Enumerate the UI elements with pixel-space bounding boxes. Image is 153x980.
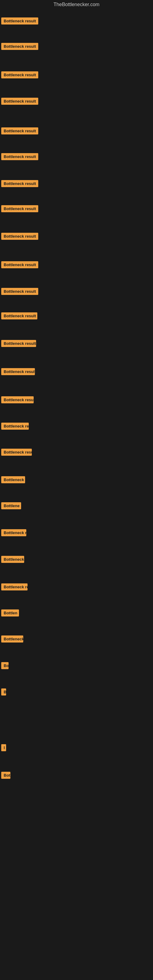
bottleneck-badge-17: Bottleneck resul [1,449,32,456]
bottleneck-badge-14: Bottleneck result [1,368,35,375]
bottleneck-item-22: Bottleneck re [1,584,27,592]
bottleneck-badge-16: Bottleneck re [1,423,29,430]
bottleneck-item-2: Bottleneck result [1,43,38,51]
bottleneck-item-6: Bottleneck result [1,153,38,161]
bottleneck-badge-18: Bottleneck [1,476,25,483]
bottleneck-badge-6: Bottleneck result [1,153,38,160]
bottleneck-badge-7: Bottleneck result [1,180,38,187]
bottleneck-item-17: Bottleneck resul [1,449,32,457]
bottleneck-item-7: Bottleneck result [1,180,38,188]
bottleneck-item-20: Bottleneck r [1,529,26,538]
bottleneck-item-13: Bottleneck result [1,340,36,348]
bottleneck-item-12: Bottleneck result [1,312,37,321]
bottleneck-badge-5: Bottleneck result [1,127,38,134]
bottleneck-badge-3: Bottleneck result [1,72,38,78]
bottleneck-badge-10: Bottleneck result [1,261,38,268]
bottleneck-badge-12: Bottleneck result [1,312,37,320]
bottleneck-item-14: Bottleneck result [1,368,35,376]
bottleneck-badge-2: Bottleneck result [1,43,38,50]
bottleneck-badge-4: Bottleneck result [1,98,38,105]
bottleneck-item-28: I [1,744,6,752]
bottleneck-item-9: Bottleneck result [1,233,38,241]
bottleneck-badge-11: Bottleneck result [1,288,38,295]
bottleneck-badge-13: Bottleneck result [1,340,36,347]
bottleneck-badge-20: Bottleneck r [1,529,26,536]
bottleneck-badge-22: Bottleneck re [1,584,27,590]
bottleneck-badge-8: Bottleneck result [1,205,38,212]
bottleneck-badge-24: Bottleneck [1,635,23,643]
bottleneck-item-16: Bottleneck re [1,423,29,431]
bottleneck-badge-23: Bottlen [1,609,19,616]
bottleneck-badge-1: Bottleneck result [1,18,38,24]
bottleneck-item-3: Bottleneck result [1,72,38,80]
bottleneck-badge-21: Bottleneck [1,556,24,563]
bottleneck-badge-19: Bottlene [1,502,21,509]
bottleneck-badge-15: Bottleneck result [1,396,33,403]
bottleneck-item-4: Bottleneck result [1,98,38,106]
bottleneck-item-11: Bottleneck result [1,288,38,296]
bottleneck-badge-28: I [1,744,6,751]
bottleneck-item-18: Bottleneck [1,476,25,485]
bottleneck-badge-9: Bottleneck result [1,233,38,240]
bottleneck-item-29: Bott [1,772,10,780]
bottleneck-badge-25: Bo [1,662,9,669]
bottleneck-item-26: B [1,689,6,697]
bottleneck-item-19: Bottlene [1,502,21,511]
bottleneck-badge-26: B [1,689,6,695]
bottleneck-item-21: Bottleneck [1,556,24,564]
bottleneck-item-23: Bottlen [1,609,19,618]
bottleneck-item-25: Bo [1,662,9,670]
bottleneck-item-5: Bottleneck result [1,127,38,136]
bottleneck-item-15: Bottleneck result [1,396,33,404]
bottleneck-item-10: Bottleneck result [1,261,38,269]
bottleneck-item-24: Bottleneck [1,635,23,644]
bottleneck-badge-29: Bott [1,772,10,779]
bottleneck-item-8: Bottleneck result [1,205,38,213]
bottleneck-item-1: Bottleneck result [1,18,38,26]
